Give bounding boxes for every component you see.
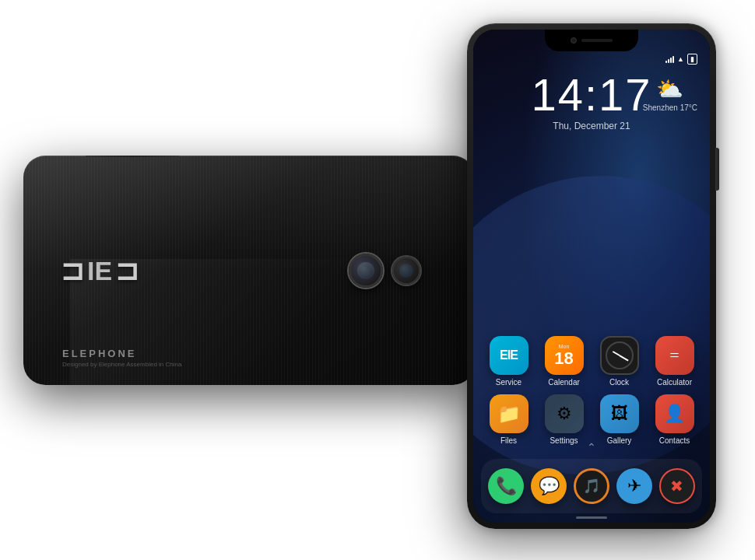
app-row-2: 📁 Files ⚙ Settings 🖼 — [481, 394, 702, 445]
phone-back: ⊏ IE ⊐ ELEPHONE Designed by Elephone Ass… — [23, 156, 475, 385]
app-files[interactable]: 📁 Files — [486, 394, 532, 445]
app-settings[interactable]: ⚙ Settings — [541, 394, 588, 445]
signal-icon — [665, 55, 674, 63]
gallery-label: Gallery — [607, 436, 632, 445]
logo-right-bracket: ⊐ — [115, 257, 137, 285]
app-calendar[interactable]: Mon 18 Calendar — [541, 336, 588, 387]
notch-speaker — [581, 39, 613, 42]
phone-icon: 📞 — [488, 468, 524, 504]
phone-front: ▲ ▮ 14:17 Thu, December 21 ⛅ Shenzhen 17… — [467, 23, 716, 529]
app-clock[interactable]: Clock — [596, 336, 643, 387]
service-icon: EIE — [490, 336, 528, 375]
notch — [545, 30, 638, 51]
lock-date: Thu, December 21 — [473, 121, 710, 131]
files-label: Files — [500, 436, 517, 445]
service-label: Service — [496, 378, 521, 387]
calendar-label: Calendar — [548, 378, 580, 387]
wallpaper-wave — [473, 140, 710, 512]
app-calculator[interactable]: = Calculator — [651, 336, 698, 387]
music-icon: 🎵 — [574, 468, 609, 504]
weather-text: Shenzhen 17°C — [643, 103, 697, 112]
messages-icon: 💬 — [531, 468, 567, 504]
back-cameras — [349, 254, 420, 288]
home-indicator — [576, 516, 607, 519]
power-button[interactable] — [715, 148, 719, 191]
front-camera — [571, 37, 577, 44]
contacts-icon: 👤 — [655, 394, 694, 433]
camera-main — [349, 254, 383, 288]
logo-text: IE — [87, 255, 112, 285]
app-grid: EIE Service Mon 18 Calendar — [473, 336, 710, 453]
clock-label: Clock — [609, 378, 629, 387]
settings-label: Settings — [550, 436, 578, 445]
dock-emergency[interactable]: ✖ — [658, 468, 697, 504]
brand-name: ELEPHONE — [62, 348, 181, 359]
brand-subtitle: Designed by Elephone Assembled in China — [62, 361, 181, 368]
battery-icon: ▮ — [687, 54, 697, 65]
camera-secondary — [392, 257, 420, 285]
app-contacts[interactable]: 👤 Contacts — [651, 394, 698, 445]
app-gallery[interactable]: 🖼 Gallery — [596, 394, 643, 445]
back-logo: ⊏ IE ⊐ — [62, 255, 137, 285]
calculator-icon: = — [655, 336, 694, 375]
app-service[interactable]: EIE Service — [486, 336, 532, 387]
clock-icon — [600, 336, 639, 375]
emergency-icon: ✖ — [659, 468, 695, 504]
scene: ⊏ IE ⊐ ELEPHONE Designed by Elephone Ass… — [0, 0, 755, 560]
dock: 📞 💬 🎵 ✈ — [481, 459, 702, 513]
clock-face — [606, 341, 634, 369]
dock-music[interactable]: 🎵 — [572, 468, 611, 504]
up-arrow[interactable]: ⌃ — [587, 441, 596, 454]
logo-left-bracket: ⊏ — [62, 257, 84, 285]
phone-screen: ▲ ▮ 14:17 Thu, December 21 ⛅ Shenzhen 17… — [473, 30, 710, 523]
phone-back-top-edge — [86, 156, 179, 157]
weather-icon: ⛅ — [643, 76, 697, 102]
calendar-day: 18 — [554, 350, 573, 367]
app-row-1: EIE Service Mon 18 Calendar — [481, 336, 702, 387]
travel-icon: ✈ — [616, 468, 652, 504]
clock-min-hand — [619, 355, 628, 361]
dock-phone[interactable]: 📞 — [486, 468, 525, 504]
contacts-label: Contacts — [659, 436, 690, 445]
status-bar: ▲ ▮ — [473, 51, 710, 67]
settings-icon: ⚙ — [545, 394, 584, 433]
calculator-label: Calculator — [657, 378, 692, 387]
gallery-icon: 🖼 — [600, 394, 639, 433]
dock-travel[interactable]: ✈ — [615, 468, 654, 504]
back-brand: ELEPHONE Designed by Elephone Assembled … — [62, 348, 181, 368]
files-icon: 📁 — [490, 394, 528, 433]
wifi-icon: ▲ — [677, 55, 684, 63]
calendar-icon: Mon 18 — [545, 336, 584, 375]
weather-widget: ⛅ Shenzhen 17°C — [643, 76, 697, 112]
dock-messages[interactable]: 💬 — [529, 468, 568, 504]
status-icons: ▲ ▮ — [665, 54, 697, 65]
